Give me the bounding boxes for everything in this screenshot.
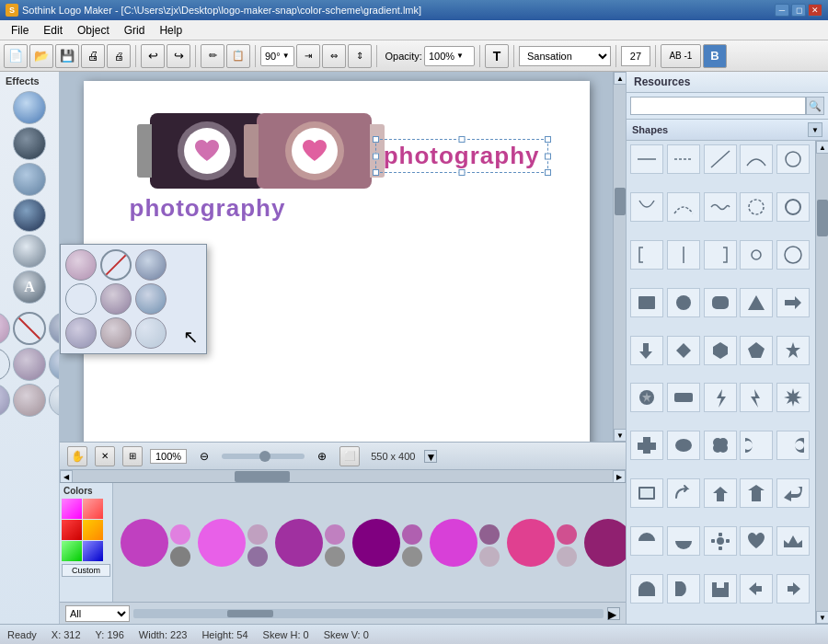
print-btn[interactable]: 🖨 [107,44,131,68]
window-controls[interactable]: ─ ◻ ✕ [775,4,822,17]
color-effect-1[interactable] [0,312,10,345]
swatch-blue[interactable] [83,541,103,561]
scroll-thumb-v[interactable] [615,188,626,215]
circle-sm-2a[interactable] [247,524,268,545]
handle-bl[interactable] [373,169,379,176]
shape-half-circle[interactable] [630,526,663,556]
handle-br[interactable] [545,169,551,176]
search-button[interactable]: 🔍 [806,97,824,115]
redo-btn[interactable]: ↪ [167,44,190,68]
effect-text-btn[interactable]: A [13,270,46,304]
shape-cross[interactable] [630,431,663,460]
shape-line-diag[interactable] [704,144,737,174]
shape-arrow-back[interactable] [740,574,773,604]
zoom-in-btn[interactable]: ⊕ [312,446,332,466]
shape-triangle[interactable] [740,288,773,317]
shape-arrow-down[interactable] [630,336,663,365]
shape-lightning[interactable] [704,383,737,412]
color-effect-5[interactable] [13,348,46,381]
color-right-btn[interactable]: ▶ [607,607,620,620]
transform-btn[interactable]: ⊞ [122,446,143,466]
shape-diamond[interactable] [667,336,700,365]
undo-btn[interactable]: ↩ [141,44,165,68]
scroll-down-btn[interactable]: ▼ [614,429,626,442]
menu-help[interactable]: Help [152,22,190,39]
popup-effect-outline[interactable] [65,283,97,315]
scroll-left-btn[interactable]: ◀ [60,470,73,483]
shape-bracket-r[interactable] [704,240,737,270]
shape-crescent[interactable] [740,431,773,460]
align-btn[interactable]: ⇥ [296,44,320,68]
handle-tl[interactable] [373,136,379,143]
shape-arc-open[interactable] [630,192,663,222]
popup-effect-5[interactable] [100,283,132,315]
circle-sm-6a[interactable] [557,524,577,545]
circle-big-1[interactable] [121,519,168,567]
shapes-scroll-track[interactable] [816,154,828,611]
shape-dashed-h[interactable] [667,144,700,174]
restore-btn[interactable]: ◻ [791,4,806,17]
handle-bc[interactable] [458,169,465,176]
resources-search-input[interactable] [630,97,806,115]
all-dropdown[interactable]: All [65,605,130,622]
flip-btn[interactable]: ⇔ [322,44,346,68]
shape-arc[interactable] [740,144,773,174]
shape-starburst2[interactable] [776,383,810,412]
circle-sm-2b[interactable] [247,546,268,567]
close-btn[interactable]: ✕ [808,4,822,17]
circle-big-2[interactable] [198,519,246,567]
shape-circle-dashed[interactable] [740,192,773,222]
shapes-scroll-up[interactable]: ▲ [816,141,828,154]
color-effect-7[interactable] [0,384,10,417]
custom-btn[interactable]: Custom [62,564,110,577]
zoom-slider[interactable] [222,454,305,459]
swatch-green[interactable] [62,541,82,561]
popup-effect-no[interactable] [100,249,132,281]
circle-big-6[interactable] [507,519,555,567]
copy-btn[interactable]: 📋 [226,44,250,68]
open-btn[interactable]: 📂 [29,44,53,68]
effect-btn-3[interactable] [13,163,46,196]
minimize-btn[interactable]: ─ [775,4,789,17]
shape-half-circle2[interactable] [667,526,700,556]
handle-tr[interactable] [545,136,551,143]
h-scroll-colors[interactable] [133,609,604,618]
popup-effect-8[interactable] [100,317,132,349]
shape-rect-wide[interactable] [667,383,700,412]
effect-btn-1[interactable] [13,91,46,124]
shape-line-h[interactable] [630,144,663,174]
color-scroll-thumb[interactable] [227,610,273,617]
shape-rect2[interactable] [630,478,663,508]
pencil-btn[interactable]: ✏ [201,44,224,68]
shape-rect-solid[interactable] [630,288,663,317]
shape-hexagon[interactable] [704,336,737,365]
shape-arrow-right[interactable] [776,288,810,317]
shape-arrow-fat[interactable] [740,478,773,508]
shape-wave[interactable] [704,192,737,222]
swatch-red[interactable] [83,499,103,519]
canvas-h-scrollbar[interactable]: ◀ ▶ [60,469,626,482]
circle-sm-3a[interactable] [325,524,345,545]
shape-gear[interactable] [704,526,737,556]
menu-edit[interactable]: Edit [36,22,70,39]
color-effect-outline1[interactable] [0,348,10,381]
color-effect-3[interactable] [49,312,60,345]
text-style-btn[interactable]: T [485,44,509,68]
handle-ml[interactable] [373,153,379,159]
circle-sm-5b[interactable] [479,546,500,567]
circle-sm-3b[interactable] [325,546,345,567]
shape-circle-solid[interactable] [667,288,700,317]
fit-btn[interactable]: ⬜ [339,446,360,466]
print-preview-btn[interactable]: 🖨 [81,44,105,68]
shape-circle-star[interactable] [630,383,663,412]
popup-effect-7[interactable] [65,317,97,349]
popup-effect-1[interactable] [65,249,97,281]
swatch-orange[interactable] [83,520,103,540]
circle-sm-4a[interactable] [402,524,422,545]
shape-oval[interactable] [667,431,700,460]
zoom-out-btn[interactable]: ⊖ [194,446,214,466]
shape-arch-top[interactable] [630,574,663,604]
bold-btn[interactable]: B [703,44,727,68]
canvas-v-scrollbar[interactable]: ▲ ▼ [613,72,626,442]
circle-big-5[interactable] [430,519,477,567]
